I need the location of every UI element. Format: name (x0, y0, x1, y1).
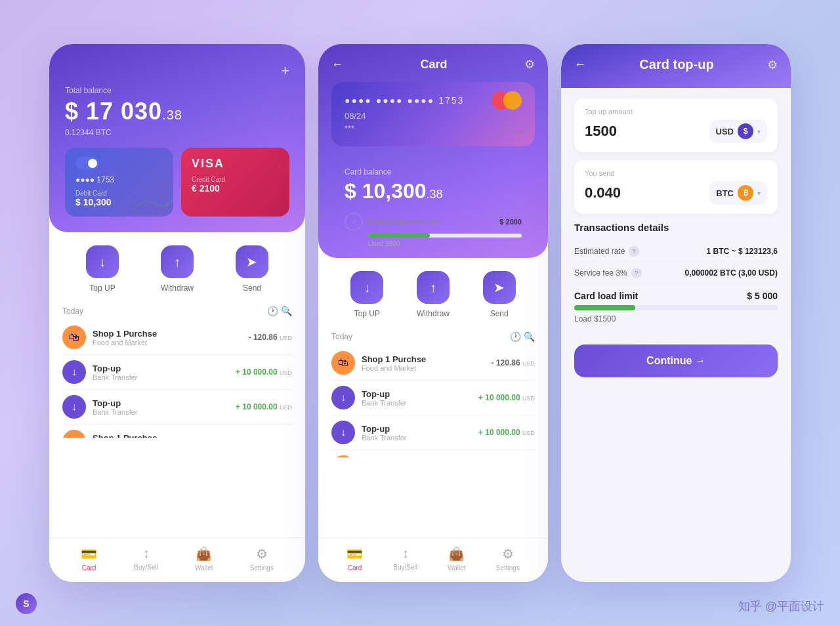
you-send-group: You send 0.040 BTC ₿ ▾ (574, 160, 778, 214)
tx-icon-shop: 🛍 (62, 325, 86, 349)
credit-card[interactable]: VISA Credit Card € 2100 (181, 148, 289, 217)
withdraw-icon: ↑ (161, 245, 194, 278)
continue-button[interactable]: Continue → (574, 344, 778, 377)
p2-header: ← Card ⚙ ●●●● ●●●● ●●●● 1753 08/24 *** (318, 44, 548, 258)
tx-icon-topup: ↓ (62, 360, 86, 384)
tx-sub: Food and Market (362, 364, 492, 372)
settings-button[interactable]: ⚙ (524, 57, 535, 72)
nav-wallet-label: Wallet (195, 564, 213, 572)
send-icon: ➤ (236, 245, 268, 278)
limit-row: ↗ Internet purchase limit $ 2000 (345, 213, 522, 231)
tx-icon-shop: 🛍 (331, 455, 355, 457)
table-row[interactable]: 🛍 Shop 1 Purchse Food and Market - 120.8… (331, 346, 535, 381)
limit-text: Internet purchase limit (368, 218, 494, 226)
tx-name: Shop 1 Purchse (362, 354, 492, 364)
p2-buysell-nav-icon: ↕ (402, 546, 409, 561)
load-limit-row: Card load limit $ 5 000 (574, 291, 778, 301)
p2-top-up-label: Top UP (354, 309, 380, 318)
you-send-value[interactable]: 0.040 (585, 184, 621, 201)
add-button[interactable]: + (281, 62, 289, 79)
p2-top-up-button[interactable]: ↓ Top UP (350, 271, 383, 318)
tx-amount: - 120.86 USD (249, 437, 292, 438)
bottom-nav: 💳 Card ↕ Buy/Sell 👜 Wallet ⚙ Settings (49, 537, 305, 582)
top-up-amount-group: Top up amount 1500 USD $ ▾ (574, 98, 778, 152)
tx-amount: + 10 000.00 USD (236, 402, 292, 411)
nav-settings[interactable]: ⚙ Settings (250, 546, 274, 572)
p3-settings-button[interactable]: ⚙ (767, 58, 778, 72)
btc-currency-badge[interactable]: BTC ₿ ▾ (709, 181, 767, 205)
p2-withdraw-button[interactable]: ↑ Withdraw (417, 271, 450, 318)
nav-wallet[interactable]: 👜 Wallet (195, 546, 213, 572)
service-fee-info-icon[interactable]: ? (631, 268, 642, 278)
p2-nav-card[interactable]: 💳 Card (346, 546, 363, 572)
wallet-nav-icon: 👜 (196, 546, 212, 562)
back-button[interactable]: ← (331, 58, 343, 72)
table-row[interactable]: ↓ Top-up Bank Transfer + 10 000.00 USD (62, 355, 292, 390)
p2-nav-wallet[interactable]: 👜 Wallet (448, 546, 465, 572)
p3-back-button[interactable]: ← (574, 58, 586, 72)
tx-details-section: Transactions details Estimated rate ? 1 … (574, 222, 778, 284)
you-send-label: You send (585, 169, 767, 177)
limit-section: ↗ Internet purchase limit $ 2000 Used $8… (331, 203, 535, 258)
p2-send-button[interactable]: ➤ Send (483, 271, 516, 318)
table-row[interactable]: 🛍 Shop 1 Purchse Food and Market - 120.8… (62, 320, 292, 355)
p2-withdraw-icon: ↑ (417, 271, 450, 304)
tx-name: Top-up (93, 398, 236, 408)
send-label: Send (243, 283, 261, 293)
top-up-amount-value[interactable]: 1500 (585, 123, 617, 140)
phone-screen-2: ← Card ⚙ ●●●● ●●●● ●●●● 1753 08/24 *** (318, 44, 548, 582)
table-row[interactable]: ↓ Top-up Bank Transfer + 10 000.00 USD (62, 390, 292, 425)
estimated-rate-info-icon[interactable]: ? (629, 246, 639, 257)
tx-icon-topup: ↓ (62, 395, 86, 419)
btc-currency-text: BTC (716, 188, 734, 198)
table-row[interactable]: ↓ Top-up Bank Transfer + 10 000.00 USD (331, 381, 535, 415)
table-row[interactable]: 🛍 Shop 1 Purchse Food and Market - 120.8… (331, 450, 535, 457)
p3-header: ← Card top-up ⚙ (561, 44, 791, 88)
p2-nav-settings[interactable]: ⚙ Settings (496, 546, 520, 572)
estimated-rate-value: 1 BTC ~ $ 123123,6 (707, 247, 778, 256)
withdraw-button[interactable]: ↑ Withdraw (161, 245, 194, 293)
p2-bottom-nav: 💳 Card ↕ Buy/Sell 👜 Wallet ⚙ Settings (318, 537, 548, 582)
top-up-button[interactable]: ↓ Top UP (86, 245, 119, 293)
card-toggle[interactable] (75, 157, 99, 170)
nav-card[interactable]: 💳 Card (81, 546, 97, 572)
debit-card[interactable]: ●●●● 1753 Debit Card $ 10,300 (65, 148, 173, 217)
tx-sub: Bank Transfer (362, 399, 478, 407)
p2-send-icon: ➤ (483, 271, 516, 304)
card-balance-section: Card balance $ 10,300.38 (331, 157, 535, 203)
p2-withdraw-label: Withdraw (417, 309, 450, 318)
card-load-limit-label: Card load limit (574, 291, 638, 301)
tx-name: Shop 1 Purchse (93, 329, 249, 339)
p2-action-buttons: ↓ Top UP ↑ Withdraw ➤ Send (318, 258, 548, 325)
tx-sub: Bank Transfer (93, 373, 236, 381)
nav-buysell[interactable]: ↕ Buy/Sell (134, 546, 158, 572)
table-row[interactable]: 🛍 Shop 1 Purchse Food and Market - 120.8… (62, 425, 292, 438)
p2-nav-buysell-label: Buy/Sell (393, 564, 417, 571)
brand-logo: S (16, 593, 37, 614)
withdraw-label: Withdraw (161, 283, 194, 293)
card-type-label: Credit Card (192, 176, 279, 183)
p2-nav-settings-label: Settings (496, 564, 520, 572)
usd-icon: $ (738, 123, 753, 139)
table-row[interactable]: ↓ Top-up Bank Transfer + 10 000.00 USD (331, 415, 535, 450)
tx-icon-shop: 🛍 (331, 351, 355, 375)
estimated-rate-label: Estimated rate ? (574, 246, 639, 257)
usd-currency-badge[interactable]: USD $ ▾ (709, 119, 767, 143)
today-label: Today 🕐 🔍 (62, 306, 292, 316)
nav-settings-label: Settings (250, 564, 274, 572)
tx-icon-topup: ↓ (331, 421, 355, 444)
p2-settings-nav-icon: ⚙ (502, 546, 514, 562)
tx-amount: - 120.86 USD (492, 358, 535, 367)
service-fee-row: Service fee 3% ? 0,000002 BTC (3,00 USD) (574, 262, 778, 284)
card-nav-icon: 💳 (81, 546, 97, 562)
tx-name: Shop 1 Purchse (93, 433, 249, 438)
p2-top-up-icon: ↓ (350, 271, 383, 304)
send-button[interactable]: ➤ Send (236, 245, 268, 293)
tx-name: Top-up (362, 389, 478, 399)
top-up-amount-label: Top up amount (585, 108, 767, 115)
p2-nav-buysell[interactable]: ↕ Buy/Sell (393, 546, 417, 572)
card-full: ●●●● ●●●● ●●●● 1753 08/24 *** (331, 82, 535, 146)
cards-row: ●●●● 1753 Debit Card $ 10,300 VISA Credi… (65, 148, 289, 217)
card-balance: € 2100 (192, 183, 279, 194)
top-up-icon: ↓ (86, 245, 119, 278)
